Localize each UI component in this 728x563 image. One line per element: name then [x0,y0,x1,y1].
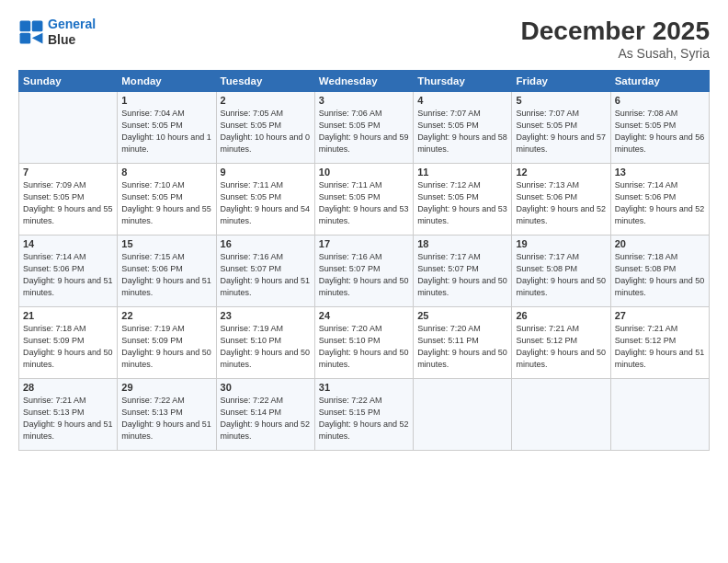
cal-cell [512,379,610,451]
day-info: Sunrise: 7:08 AMSunset: 5:05 PMDaylight:… [615,108,705,155]
day-info: Sunrise: 7:21 AMSunset: 5:12 PMDaylight:… [615,323,705,371]
cal-cell: 6Sunrise: 7:08 AMSunset: 5:05 PMDaylight… [610,92,709,164]
day-info: Sunrise: 7:09 AMSunset: 5:05 PMDaylight:… [23,179,113,227]
cal-cell: 13Sunrise: 7:14 AMSunset: 5:06 PMDayligh… [610,164,709,236]
day-info: Sunrise: 7:13 AMSunset: 5:06 PMDaylight:… [516,179,606,227]
header-day-monday: Monday [118,71,216,92]
day-number: 10 [319,167,409,178]
day-number: 11 [417,167,507,178]
cal-cell: 8Sunrise: 7:10 AMSunset: 5:05 PMDaylight… [118,164,216,236]
cal-cell: 21Sunrise: 7:18 AMSunset: 5:09 PMDayligh… [19,307,118,379]
cal-cell: 7Sunrise: 7:09 AMSunset: 5:05 PMDaylight… [19,164,118,236]
day-number: 13 [615,167,705,178]
header-day-friday: Friday [512,71,610,92]
cal-cell: 22Sunrise: 7:19 AMSunset: 5:09 PMDayligh… [118,307,216,379]
header: General Blue December 2025 As Susah, Syr… [18,17,710,61]
week-row-5: 28Sunrise: 7:21 AMSunset: 5:13 PMDayligh… [19,379,710,451]
day-number: 3 [319,95,409,106]
header-day-saturday: Saturday [610,71,709,92]
day-number: 20 [615,238,705,249]
day-info: Sunrise: 7:11 AMSunset: 5:05 PMDaylight:… [319,179,409,227]
week-row-2: 7Sunrise: 7:09 AMSunset: 5:05 PMDaylight… [19,164,710,236]
day-number: 23 [221,310,311,321]
subtitle: As Susah, Syria [521,46,710,61]
day-number: 22 [121,310,211,321]
day-info: Sunrise: 7:16 AMSunset: 5:07 PMDaylight:… [319,251,409,299]
cal-cell: 2Sunrise: 7:05 AMSunset: 5:05 PMDaylight… [216,92,314,164]
day-info: Sunrise: 7:18 AMSunset: 5:08 PMDaylight:… [615,251,705,299]
day-number: 31 [319,382,409,393]
day-info: Sunrise: 7:18 AMSunset: 5:09 PMDaylight:… [23,323,113,371]
day-info: Sunrise: 7:10 AMSunset: 5:05 PMDaylight:… [121,179,211,227]
cal-cell: 14Sunrise: 7:14 AMSunset: 5:06 PMDayligh… [19,236,118,307]
cal-cell: 27Sunrise: 7:21 AMSunset: 5:12 PMDayligh… [610,307,709,379]
day-number: 29 [121,382,211,393]
day-number: 2 [221,95,311,106]
cal-cell [414,379,512,451]
day-number: 25 [417,310,507,321]
svg-marker-3 [32,33,43,44]
header-day-thursday: Thursday [414,71,512,92]
day-number: 12 [516,167,606,178]
cal-cell: 25Sunrise: 7:20 AMSunset: 5:11 PMDayligh… [414,307,512,379]
day-number: 14 [23,238,113,249]
cal-cell: 3Sunrise: 7:06 AMSunset: 5:05 PMDaylight… [314,92,413,164]
week-row-1: 1Sunrise: 7:04 AMSunset: 5:05 PMDaylight… [19,92,710,164]
day-info: Sunrise: 7:15 AMSunset: 5:06 PMDaylight:… [121,251,211,299]
day-number: 7 [23,167,113,178]
cal-cell: 16Sunrise: 7:16 AMSunset: 5:07 PMDayligh… [216,236,314,307]
title-block: December 2025 As Susah, Syria [521,17,710,61]
day-number: 26 [516,310,606,321]
cal-cell: 17Sunrise: 7:16 AMSunset: 5:07 PMDayligh… [314,236,413,307]
day-info: Sunrise: 7:19 AMSunset: 5:10 PMDaylight:… [221,323,311,371]
day-info: Sunrise: 7:22 AMSunset: 5:15 PMDaylight:… [319,395,409,442]
cal-cell: 24Sunrise: 7:20 AMSunset: 5:10 PMDayligh… [314,307,413,379]
day-info: Sunrise: 7:12 AMSunset: 5:05 PMDaylight:… [417,179,507,227]
cal-cell: 11Sunrise: 7:12 AMSunset: 5:05 PMDayligh… [414,164,512,236]
cal-cell [610,379,709,451]
day-info: Sunrise: 7:14 AMSunset: 5:06 PMDaylight:… [23,251,113,299]
day-number: 19 [516,238,606,249]
calendar-table: SundayMondayTuesdayWednesdayThursdayFrid… [18,70,710,451]
cal-cell: 20Sunrise: 7:18 AMSunset: 5:08 PMDayligh… [610,236,709,307]
day-number: 24 [319,310,409,321]
day-number: 1 [121,95,211,106]
day-info: Sunrise: 7:19 AMSunset: 5:09 PMDaylight:… [121,323,211,371]
day-info: Sunrise: 7:07 AMSunset: 5:05 PMDaylight:… [417,108,507,155]
logo-line1: General [48,17,96,31]
cal-cell: 15Sunrise: 7:15 AMSunset: 5:06 PMDayligh… [118,236,216,307]
logo-text: General Blue [48,17,96,48]
day-number: 8 [121,167,211,178]
cal-cell: 23Sunrise: 7:19 AMSunset: 5:10 PMDayligh… [216,307,314,379]
cal-cell: 26Sunrise: 7:21 AMSunset: 5:12 PMDayligh… [512,307,610,379]
cal-cell: 30Sunrise: 7:22 AMSunset: 5:14 PMDayligh… [216,379,314,451]
svg-rect-0 [20,20,31,31]
day-info: Sunrise: 7:20 AMSunset: 5:11 PMDaylight:… [417,323,507,371]
day-info: Sunrise: 7:11 AMSunset: 5:05 PMDaylight:… [221,179,311,227]
day-number: 18 [417,238,507,249]
day-number: 27 [615,310,705,321]
week-row-4: 21Sunrise: 7:18 AMSunset: 5:09 PMDayligh… [19,307,710,379]
svg-rect-1 [32,20,43,31]
cal-cell: 18Sunrise: 7:17 AMSunset: 5:07 PMDayligh… [414,236,512,307]
day-number: 17 [319,238,409,249]
day-number: 5 [516,95,606,106]
day-number: 6 [615,95,705,106]
day-info: Sunrise: 7:17 AMSunset: 5:08 PMDaylight:… [516,251,606,299]
day-info: Sunrise: 7:16 AMSunset: 5:07 PMDaylight:… [221,251,311,299]
logo: General Blue [18,17,96,48]
week-row-3: 14Sunrise: 7:14 AMSunset: 5:06 PMDayligh… [19,236,710,307]
day-info: Sunrise: 7:04 AMSunset: 5:05 PMDaylight:… [121,108,211,155]
header-day-tuesday: Tuesday [216,71,314,92]
cal-cell: 29Sunrise: 7:22 AMSunset: 5:13 PMDayligh… [118,379,216,451]
day-number: 4 [417,95,507,106]
day-number: 30 [221,382,311,393]
day-info: Sunrise: 7:07 AMSunset: 5:05 PMDaylight:… [516,108,606,155]
cal-cell: 5Sunrise: 7:07 AMSunset: 5:05 PMDaylight… [512,92,610,164]
cal-cell: 10Sunrise: 7:11 AMSunset: 5:05 PMDayligh… [314,164,413,236]
cal-cell: 9Sunrise: 7:11 AMSunset: 5:05 PMDaylight… [216,164,314,236]
cal-cell: 1Sunrise: 7:04 AMSunset: 5:05 PMDaylight… [118,92,216,164]
day-info: Sunrise: 7:22 AMSunset: 5:14 PMDaylight:… [221,395,311,442]
header-day-wednesday: Wednesday [314,71,413,92]
month-title: December 2025 [521,17,710,46]
